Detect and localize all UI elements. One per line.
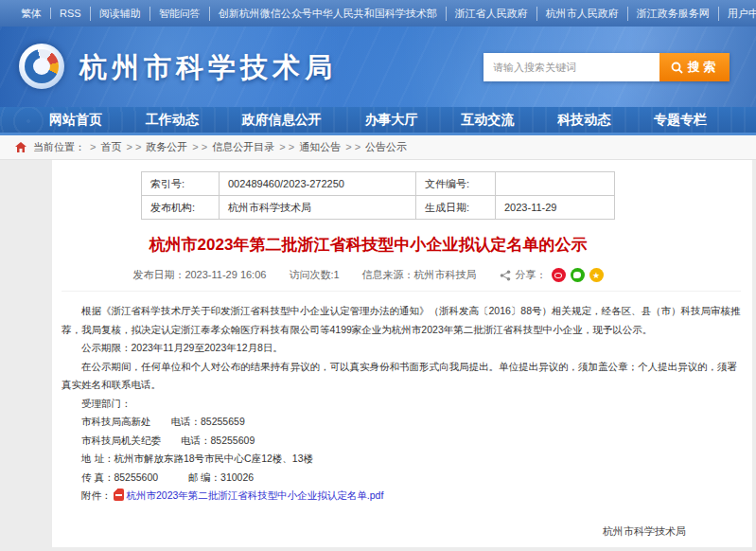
table-row: 发布机构: 杭州市科学技术局 生成日期: 2023-11-29 [142, 196, 615, 220]
breadcrumb-separator: > > [192, 141, 207, 152]
article-meta: 发布日期：2023-11-29 16:06 访问次数:1 信息来源：杭州市科技局… [62, 268, 741, 292]
info-value: 002489460/2023-272250 [220, 172, 416, 196]
body-paragraph: 在公示期间，任何单位和个人对公布的结果持有异议的，可以真实身份和书面形式向我局提… [62, 358, 741, 395]
site-logo-icon [19, 44, 64, 89]
pdf-icon [114, 489, 124, 501]
signature: 杭州市科学技术局 2023年11月29日 [62, 519, 741, 551]
search-box: 搜索 [483, 53, 730, 81]
nav-item[interactable]: 网站首页 [49, 112, 102, 129]
nav-item[interactable]: 工作动态 [146, 112, 199, 129]
weibo-icon[interactable] [552, 268, 566, 282]
topbar-gov-links: 中华人民共和国科学技术部浙江省人民政府杭州市人民政府浙江政务服务网用户中心 [312, 7, 756, 21]
breadcrumb-separator: > > [345, 141, 360, 152]
info-value: 杭州市科学技术局 [220, 196, 416, 220]
site-banner: 杭州市科学技术局 搜索 [0, 27, 756, 107]
nav-item[interactable]: 互动交流 [461, 112, 514, 129]
topbar: 繁体RSS阅读辅助智能问答创新杭州微信公众号 中华人民共和国科学技术部浙江省人民… [0, 0, 756, 27]
topbar-link[interactable]: 智能问答 [149, 7, 201, 21]
breadcrumb-link[interactable]: 信息公开目录 [212, 141, 274, 152]
search-icon [671, 62, 683, 74]
info-label: 索引号: [142, 172, 220, 196]
search-button-label: 搜索 [688, 59, 718, 76]
site-title: 杭州市科学技术局 [79, 49, 337, 87]
page: 繁体RSS阅读辅助智能问答创新杭州微信公众号 中华人民共和国科学技术部浙江省人民… [0, 0, 756, 551]
topbar-link[interactable]: 杭州市人民政府 [536, 7, 619, 21]
visit-count: 访问次数:1 [289, 268, 339, 282]
table-row: 索引号: 002489460/2023-272250 文件编号: [142, 172, 615, 196]
body-paragraph: 受理部门： [62, 395, 741, 414]
breadcrumb-separator: > > [279, 141, 294, 152]
signature-date: 2023年11月29日 [62, 544, 686, 551]
body-paragraph: 传 真：85255600 邮 编：310026 [62, 469, 741, 488]
body-paragraph: 地 址：杭州市解放东路18号市民中心C座12楼、13楼 [62, 450, 741, 469]
body-paragraph: 市科技局高新处 电话：85255659 [62, 413, 741, 432]
info-label: 文件编号: [416, 172, 496, 196]
breadcrumb-link[interactable]: 政务公开 [146, 141, 187, 152]
content-card: 索引号: 002489460/2023-272250 文件编号: 发布机构: 杭… [52, 160, 752, 547]
info-value: 2023-11-29 [496, 196, 615, 220]
breadcrumb-separator: > [90, 141, 96, 152]
body-paragraph: 根据《浙江省科学技术厅关于印发浙江省科技型中小企业认定管理办法的通知》（浙科发高… [62, 302, 741, 339]
search-input[interactable] [483, 53, 659, 81]
breadcrumb-label: 当前位置： [33, 140, 85, 154]
breadcrumb: 当前位置： >首页> >政务公开> >信息公开目录> >通知公告> >公告公示 [0, 135, 756, 160]
info-label: 生成日期: [416, 196, 496, 220]
breadcrumb-link[interactable]: 通知公告 [299, 141, 341, 152]
nav-item[interactable]: 办事大厅 [364, 112, 417, 129]
body-paragraph: 市科技局机关纪委 电话：85255609 [62, 432, 741, 451]
topbar-link[interactable]: 浙江省人民政府 [446, 7, 528, 21]
info-label: 发布机构: [142, 196, 220, 220]
breadcrumb-separator: > > [126, 141, 141, 152]
info-value [496, 172, 615, 196]
topbar-link[interactable]: 浙江政务服务网 [627, 7, 710, 21]
attachment-label: 附件： [81, 489, 112, 501]
publish-date: 发布日期：2023-11-29 16:06 [132, 268, 266, 282]
attachment-link[interactable]: 杭州市2023年第二批浙江省科技型中小企业拟认定名单.pdf [127, 489, 384, 501]
qzone-icon[interactable]: ★ [589, 268, 604, 282]
topbar-quick-links: 繁体RSS阅读辅助智能问答创新杭州微信公众号 [21, 7, 312, 21]
topbar-link[interactable]: RSS [50, 8, 81, 19]
breadcrumb-link[interactable]: 首页 [100, 141, 121, 152]
nav-item[interactable]: 科技动态 [557, 112, 610, 129]
share-icon [500, 270, 511, 281]
wechat-icon[interactable] [571, 268, 585, 282]
home-icon [15, 142, 26, 152]
topbar-link[interactable]: 用户中心 [718, 7, 756, 21]
signature-org: 杭州市科学技术局 [62, 519, 686, 544]
attachment-row: 附件：杭州市2023年第二批浙江省科技型中小企业拟认定名单.pdf [62, 487, 741, 506]
share-label: 分享： [516, 268, 547, 282]
share-bar: 分享： ★ [500, 268, 604, 282]
article-body: 根据《浙江省科学技术厅关于印发浙江省科技型中小企业认定管理办法的通知》（浙科发高… [62, 302, 741, 506]
nav-item[interactable]: 专题专栏 [654, 112, 707, 129]
topbar-link[interactable]: 创新杭州微信公众号 [209, 7, 312, 21]
breadcrumb-link[interactable]: 公告公示 [365, 141, 407, 152]
breadcrumb-trail: >首页> >政务公开> >信息公开目录> >通知公告> >公告公示 [85, 140, 407, 154]
topbar-link[interactable]: 繁体 [21, 7, 42, 21]
main-nav: 网站首页工作动态政府信息公开办事大厅互动交流科技动态专题专栏 [0, 107, 756, 135]
body-paragraph: 公示期限：2023年11月29至2023年12月8日。 [62, 339, 741, 358]
topbar-link[interactable]: 中华人民共和国科学技术部 [312, 7, 437, 21]
article-title: 杭州市2023年第二批浙江省科技型中小企业拟认定名单的公示 [62, 234, 741, 256]
info-source: 信息来源：杭州市科技局 [362, 268, 477, 282]
search-button[interactable]: 搜索 [659, 53, 730, 81]
topbar-link[interactable]: 阅读辅助 [90, 7, 141, 21]
document-info-table: 索引号: 002489460/2023-272250 文件编号: 发布机构: 杭… [141, 171, 615, 220]
nav-item[interactable]: 政府信息公开 [242, 112, 322, 129]
